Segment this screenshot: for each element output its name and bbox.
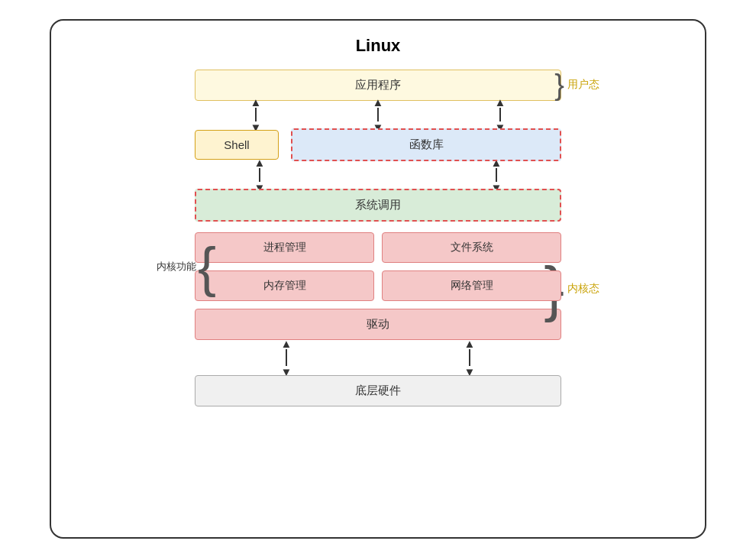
syscall-box: 系统调用 <box>195 189 561 222</box>
arrows-row-2: ▲ ▼ ▲ ▼ <box>195 161 561 189</box>
main-container: Linux 应用程序 } 用户态 ▲ ▼ ▲ <box>50 19 706 539</box>
kernel-grid: 进程管理 文件系统 内存管理 网络管理 <box>195 232 561 301</box>
library-box: 函数库 <box>291 128 561 161</box>
diagram-inner: 应用程序 } 用户态 ▲ ▼ ▲ ▼ ▲ <box>164 70 592 406</box>
memory-box: 内存管理 <box>195 270 374 301</box>
shell-lib-row: Shell 函数库 <box>195 128 561 161</box>
arrows-row-3: ▲ ▼ ▲ ▼ <box>195 340 561 375</box>
hardware-box: 底层硬件 <box>195 375 561 406</box>
process-box: 进程管理 <box>195 232 374 263</box>
kernel-func-label: 内核功能 { <box>157 247 216 285</box>
arrows-row-1: ▲ ▼ ▲ ▼ ▲ ▼ <box>195 101 561 128</box>
driver-box: 驱动 <box>195 309 561 340</box>
kernel-area: 内核功能 { 进程管理 文件系统 内存管理 网络管理 <box>164 232 592 301</box>
user-mode-label: } 用户态 <box>554 73 599 96</box>
filesystem-box: 文件系统 <box>382 232 561 263</box>
shell-box: Shell <box>195 130 279 160</box>
page-title: Linux <box>356 36 401 56</box>
network-box: 网络管理 <box>382 270 561 301</box>
